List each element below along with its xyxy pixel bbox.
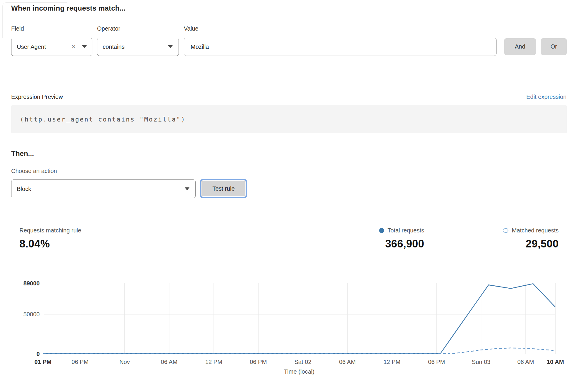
svg-text:10 AM: 10 AM: [547, 359, 564, 365]
caret-down-icon: [82, 45, 87, 48]
operator-select[interactable]: contains: [97, 38, 179, 56]
svg-text:0: 0: [36, 351, 40, 357]
svg-text:06 AM: 06 AM: [517, 359, 534, 365]
caret-down-icon: [185, 187, 189, 190]
svg-text:06 PM: 06 PM: [250, 359, 267, 365]
svg-text:06 PM: 06 PM: [71, 359, 89, 365]
requests-chart: 0500008900001 PM06 PMNov06 AM12 PM06 PMS…: [0, 275, 588, 381]
expression-code: (http.user_agent contains "Mozilla"): [20, 116, 186, 123]
svg-text:Sun 03: Sun 03: [472, 359, 490, 365]
field-select-value: User Agent: [17, 44, 46, 50]
svg-text:Nov: Nov: [119, 359, 130, 365]
clear-icon[interactable]: ×: [70, 43, 77, 50]
field-select[interactable]: User Agent ×: [11, 38, 92, 56]
test-rule-button[interactable]: Test rule: [201, 180, 246, 197]
stat-matched-requests-value: 29,500: [503, 238, 559, 250]
field-label: Field: [11, 25, 24, 32]
svg-text:06 AM: 06 AM: [339, 359, 356, 365]
then-heading: Then...: [11, 149, 34, 158]
action-select[interactable]: Block: [11, 179, 196, 198]
value-label: Value: [184, 25, 199, 32]
operator-select-value: contains: [103, 44, 125, 50]
expression-preview-box: (http.user_agent contains "Mozilla"): [11, 105, 567, 133]
operator-label: Operator: [97, 25, 120, 32]
stat-requests-matching-label: Requests matching rule: [19, 227, 81, 234]
page-title: When incoming requests match...: [11, 4, 126, 12]
or-button[interactable]: Or: [541, 38, 567, 55]
stat-matched-requests-label: Matched requests: [512, 227, 559, 234]
svg-text:12 PM: 12 PM: [205, 359, 222, 365]
stat-total-requests-value: 366,900: [379, 238, 424, 250]
svg-text:12 PM: 12 PM: [384, 359, 401, 365]
svg-text:06 AM: 06 AM: [161, 359, 178, 365]
svg-text:01 PM: 01 PM: [34, 359, 51, 365]
choose-action-label: Choose an action: [11, 168, 57, 174]
action-select-value: Block: [17, 186, 31, 192]
stat-requests-matching: Requests matching rule 8.04%: [19, 227, 81, 250]
and-button[interactable]: And: [504, 38, 536, 55]
value-input[interactable]: [184, 38, 497, 56]
caret-down-icon: [168, 45, 173, 48]
total-requests-dot-icon: [379, 228, 384, 233]
matched-requests-circle-icon: [503, 228, 509, 233]
expression-preview-label: Expression Preview: [11, 94, 63, 100]
svg-text:Sat 02: Sat 02: [294, 359, 312, 365]
stat-total-requests: Total requests 366,900: [379, 227, 424, 250]
stat-requests-matching-value: 8.04%: [19, 238, 81, 250]
edit-expression-link[interactable]: Edit expression: [526, 94, 567, 100]
svg-text:06 PM: 06 PM: [428, 359, 445, 365]
stat-matched-requests: Matched requests 29,500: [503, 227, 559, 250]
svg-text:50000: 50000: [23, 311, 40, 317]
svg-text:Time (local): Time (local): [284, 368, 314, 375]
svg-text:89000: 89000: [23, 280, 40, 287]
stat-total-requests-label: Total requests: [387, 227, 424, 234]
